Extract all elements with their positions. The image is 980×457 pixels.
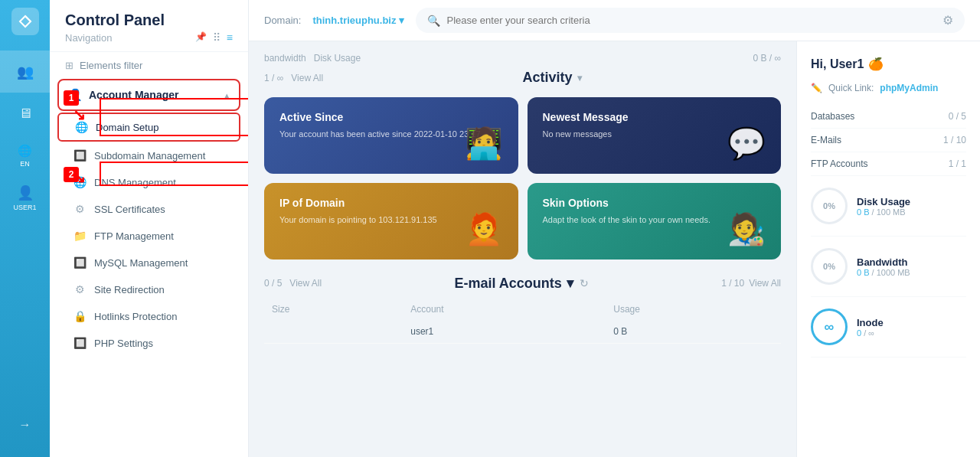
menu-item-php-settings[interactable]: 🔲 PHP Settings <box>57 330 240 356</box>
refresh-icon[interactable]: ↻ <box>580 277 589 289</box>
stat-emails: E-Mails 1 / 10 <box>811 129 966 152</box>
grid-dots-icon[interactable]: ⠿ <box>213 31 220 44</box>
stat-emails-label: E-Mails <box>811 135 841 145</box>
center-panel: bandwidth Disk Usage 0 B / ∞ 1 / ∞ View … <box>249 41 796 457</box>
email-count-left: 0 / 5 <box>264 278 282 289</box>
stat-ftp-value: 1 / 1 <box>949 158 966 169</box>
email-view-all-left[interactable]: View All <box>289 278 322 289</box>
search-icon: 🔍 <box>427 15 440 27</box>
activity-count: 1 / ∞ <box>264 73 283 83</box>
menu-item-domain-setup[interactable]: 🌐 Domain Setup <box>57 113 240 142</box>
app-logo[interactable] <box>11 8 39 35</box>
subdomain-icon: 🔲 <box>73 149 87 162</box>
quick-link-value[interactable]: phpMyAdmin <box>880 83 938 93</box>
inode-widget: ∞ Inode 0 / ∞ <box>811 297 966 357</box>
activity-view-all[interactable]: View All <box>291 73 323 83</box>
disk-usage-used: 0 B <box>857 207 870 217</box>
bandwidth-widget: 0% Bandwidth 0 B / 1000 MB <box>811 237 966 297</box>
stat-databases-label: Databases <box>811 111 854 122</box>
card-newest-message[interactable]: Newest Message No new messages 💬 <box>528 97 782 174</box>
card-skin-options-illustration: 🧑‍🎨 <box>720 202 773 256</box>
sidebar-header: Control Panel Navigation 📌 ⠿ ≡ <box>50 0 248 52</box>
inode-used: 0 <box>857 328 861 338</box>
menu-item-ssl-certificates[interactable]: ⚙ SSL Certificates <box>57 196 240 222</box>
infinity-icon: ∞ <box>277 73 284 83</box>
activity-cards: Active Since Your account has been activ… <box>264 97 781 260</box>
hotlinks-label: Hotlinks Protection <box>94 311 177 322</box>
stat-databases: Databases 0 / 5 <box>811 105 966 129</box>
php-icon: 🔲 <box>73 337 87 349</box>
subdomain-label: Subdomain Management <box>94 150 205 162</box>
cell-account: user1 <box>403 320 606 344</box>
card-newest-message-illustration: 💬 <box>720 116 773 170</box>
table-meta-row: bandwidth Disk Usage 0 B / ∞ <box>264 53 781 64</box>
pin-icon[interactable]: 📌 <box>195 31 207 44</box>
user-icon: 👤 <box>17 184 34 201</box>
inode-info: Inode 0 / ∞ <box>857 317 884 338</box>
menu-item-mysql-management[interactable]: 🔲 MySQL Management <box>57 250 240 276</box>
menu-item-subdomain-management[interactable]: 🔲 Subdomain Management <box>57 142 240 168</box>
domain-text: thinh.trieuphu.biz <box>312 15 396 26</box>
email-view-all-right[interactable]: View All <box>749 278 781 289</box>
table-row: user1 0 B <box>264 320 781 344</box>
logout-icon: → <box>19 418 31 432</box>
stat-emails-value: 1 / 10 <box>943 135 966 145</box>
col-header-size: Size <box>264 299 403 320</box>
sidebar-item-monitor[interactable]: 🖥 <box>0 93 50 135</box>
disk-usage-sub: 0 B / 100 MB <box>857 207 910 217</box>
search-input[interactable] <box>446 15 936 26</box>
card-active-since-illustration: 🧑‍💻 <box>457 116 511 170</box>
elements-filter[interactable]: ⊞ Elements filter <box>50 52 248 79</box>
menu-item-site-redirection[interactable]: ⚙ Site Redirection <box>57 276 240 302</box>
site-redirection-icon: ⚙ <box>73 283 87 295</box>
bandwidth-sub: 0 B / 1000 MB <box>857 268 910 277</box>
ftp-icon: 📁 <box>73 230 87 242</box>
inode-sub: 0 / ∞ <box>857 328 884 338</box>
card-ip-domain-illustration: 🧑‍🦰 <box>457 202 511 256</box>
nav-icons: 📌 ⠿ ≡ <box>195 31 233 44</box>
mysql-icon: 🔲 <box>73 256 87 269</box>
menu-item-ftp-management[interactable]: 📁 FTP Management <box>57 223 240 249</box>
hotlinks-icon: 🔒 <box>73 310 87 322</box>
bandwidth-label: bandwidth <box>264 53 306 64</box>
email-accounts-section: 0 / 5 View All E-mail Accounts ▾ ↻ 1 / 1… <box>264 275 781 344</box>
account-manager-left: 👤 Account Manager <box>68 88 178 102</box>
ftp-label: FTP Management <box>94 230 174 242</box>
grid-lines-icon[interactable]: ≡ <box>227 31 233 44</box>
card-ip-domain[interactable]: IP of Domain Your domain is pointing to … <box>264 183 518 260</box>
menu-item-dns-management[interactable]: 🌐 DNS Management <box>57 169 240 195</box>
email-header-row: 0 / 5 View All E-mail Accounts ▾ ↻ 1 / 1… <box>264 275 781 292</box>
sidebar-item-globe[interactable]: 🌐 EN <box>0 135 50 177</box>
php-label: PHP Settings <box>94 338 153 349</box>
menu-item-hotlinks-protection[interactable]: 🔒 Hotlinks Protection <box>57 303 240 329</box>
sidebar-title: Control Panel <box>65 11 233 29</box>
card-active-since[interactable]: Active Since Your account has been activ… <box>264 97 518 174</box>
domain-value[interactable]: thinh.trieuphu.biz ▾ <box>312 15 404 26</box>
cell-usage: 0 B <box>606 320 781 344</box>
filter-settings-icon[interactable]: ⚙ <box>942 13 953 28</box>
activity-chevron-icon[interactable]: ▾ <box>577 73 582 83</box>
sidebar-item-users[interactable]: 👥 <box>0 51 50 93</box>
bandwidth-info: Bandwidth 0 B / 1000 MB <box>857 256 910 277</box>
card-skin-options[interactable]: Skin Options Adapt the look of the skin … <box>528 183 782 260</box>
icon-bar: 👥 🖥 🌐 EN 👤 USER1 → <box>0 0 50 457</box>
sidebar: Control Panel Navigation 📌 ⠿ ≡ ⊞ Element… <box>50 0 249 457</box>
disk-usage-circle: 0% <box>811 188 848 224</box>
right-panel: Hi, User1 🍊 ✏️ Quick Link: phpMyAdmin Da… <box>796 41 980 457</box>
email-chevron-icon[interactable]: ▾ <box>567 275 573 292</box>
disk-value: 0 B / ∞ <box>753 53 781 64</box>
account-manager-menu[interactable]: 👤 Account Manager ▴ <box>57 79 240 111</box>
disk-usage-info: Disk Usage 0 B / 100 MB <box>857 196 910 217</box>
logout-button[interactable]: → <box>19 403 31 446</box>
greeting-text: Hi, User1 <box>811 57 864 71</box>
inode-circle: ∞ <box>811 308 848 345</box>
cell-size <box>264 320 403 344</box>
search-bar: 🔍 ⚙ <box>416 8 965 33</box>
dns-icon: 🌐 <box>73 176 87 188</box>
bandwidth-circle: 0% <box>811 248 848 285</box>
stat-databases-value: 0 / 5 <box>949 111 966 122</box>
quick-link-edit-icon[interactable]: ✏️ <box>811 83 822 93</box>
dns-label: DNS Management <box>94 177 176 188</box>
main-content: Domain: thinh.trieuphu.biz ▾ 🔍 ⚙ bandwid… <box>249 0 980 457</box>
sidebar-item-user[interactable]: 👤 USER1 <box>0 177 50 219</box>
